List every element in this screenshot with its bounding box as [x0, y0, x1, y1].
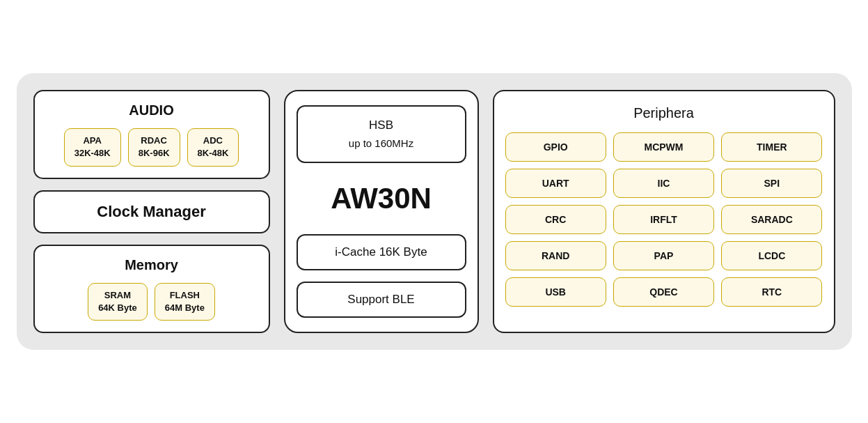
- periph-chip-spi: SPI: [721, 169, 822, 198]
- right-column: Periphera GPIOMCPWMTIMERUARTIICSPICRCIRF…: [493, 90, 835, 333]
- clock-title: Clock Manager: [97, 203, 206, 221]
- periph-chip-mcpwm: MCPWM: [613, 132, 714, 162]
- periphera-panel: Periphera GPIOMCPWMTIMERUARTIICSPICRCIRF…: [493, 90, 835, 333]
- periph-chip-saradc: SARADC: [721, 205, 822, 234]
- periph-chip-pap: PAP: [613, 241, 714, 270]
- periph-chip-iic: IIC: [613, 169, 714, 198]
- periph-chip-gpio: GPIO: [505, 132, 606, 162]
- periph-chip-usb: USB: [505, 277, 606, 307]
- periph-chip-timer: TIMER: [721, 132, 822, 162]
- main-container: AUDIO APA 32K-48K RDAC 8K-96K ADC 8K-48K…: [17, 73, 852, 350]
- periphera-title: Periphera: [505, 105, 823, 121]
- hsb-box: HSBup to 160MHz: [297, 105, 466, 163]
- memory-panel: Memory SRAM 64K Byte FLASH 64M Byte: [33, 245, 270, 333]
- clock-panel: Clock Manager: [33, 190, 270, 233]
- chip-name: AW30N: [331, 174, 432, 223]
- periph-chip-rtc: RTC: [721, 277, 822, 307]
- memory-chips: SRAM 64K Byte FLASH 64M Byte: [46, 283, 258, 321]
- periph-chip-rand: RAND: [505, 241, 606, 270]
- periph-chip-lcdc: LCDC: [721, 241, 822, 270]
- flash-chip: FLASH 64M Byte: [155, 283, 215, 321]
- rdac-chip: RDAC 8K-96K: [128, 128, 180, 166]
- left-column: AUDIO APA 32K-48K RDAC 8K-96K ADC 8K-48K…: [33, 90, 270, 333]
- ble-box: Support BLE: [297, 282, 466, 318]
- periph-chip-qdec: QDEC: [613, 277, 714, 307]
- audio-panel: AUDIO APA 32K-48K RDAC 8K-96K ADC 8K-48K: [33, 90, 270, 178]
- sram-chip: SRAM 64K Byte: [88, 283, 148, 321]
- periph-chip-uart: UART: [505, 169, 606, 198]
- periph-chip-irflt: IRFLT: [613, 205, 714, 234]
- periph-grid: GPIOMCPWMTIMERUARTIICSPICRCIRFLTSARADCRA…: [505, 132, 823, 307]
- audio-chips: APA 32K-48K RDAC 8K-96K ADC 8K-48K: [46, 128, 258, 166]
- audio-title: AUDIO: [46, 102, 258, 118]
- center-column: HSBup to 160MHz AW30N i-Cache 16K Byte S…: [284, 90, 479, 333]
- adc-chip: ADC 8K-48K: [187, 128, 239, 166]
- periph-chip-crc: CRC: [505, 205, 606, 234]
- center-panel: HSBup to 160MHz AW30N i-Cache 16K Byte S…: [284, 90, 479, 333]
- cache-box: i-Cache 16K Byte: [297, 234, 466, 270]
- apa-chip: APA 32K-48K: [64, 128, 121, 166]
- memory-title: Memory: [46, 257, 258, 273]
